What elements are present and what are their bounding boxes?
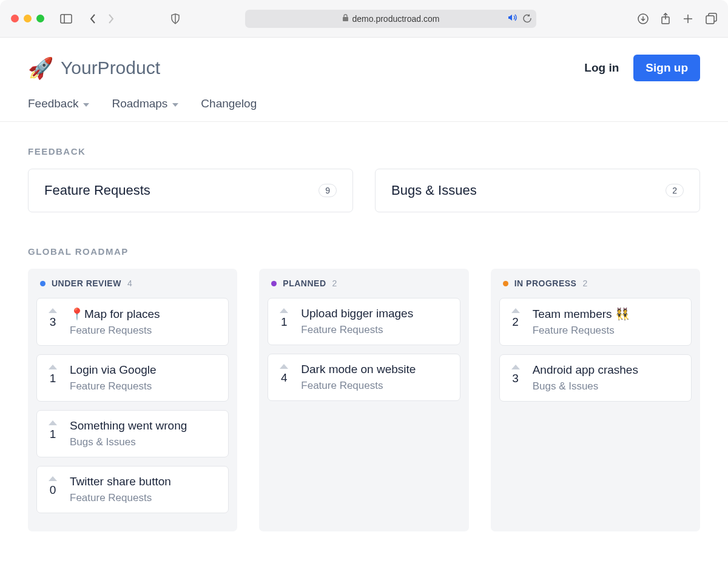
product-name: YourProduct	[61, 58, 160, 78]
status-dot-icon	[503, 281, 508, 286]
upvote-icon[interactable]	[511, 365, 520, 369]
browser-chrome: demo.productroad.com	[0, 0, 728, 38]
roadmap-card[interactable]: 1 Upload bigger images Feature Requests	[268, 298, 460, 345]
upvote-icon[interactable]	[280, 308, 288, 313]
card-category: Feature Requests	[70, 325, 218, 337]
card-title: Dark mode on website	[301, 363, 450, 376]
roadmap-card[interactable]: 4 Dark mode on website Feature Requests	[268, 354, 460, 401]
close-window-button[interactable]	[11, 15, 19, 22]
vote-count: 3	[512, 372, 519, 385]
column-header: PLANNED 2	[268, 278, 460, 288]
vote-control[interactable]: 0	[47, 475, 59, 504]
login-link[interactable]: Log in	[584, 61, 619, 75]
nav-feedback[interactable]: Feedback	[28, 97, 90, 110]
brand[interactable]: 🚀 YourProduct	[28, 56, 160, 80]
vote-count: 3	[50, 315, 56, 329]
roadmap-card[interactable]: 3 📍Map for places Feature Requests	[36, 298, 229, 346]
vote-control[interactable]: 2	[510, 307, 522, 337]
card-title: 📍Map for places	[70, 307, 218, 321]
column-header: IN PROGRESS 2	[499, 278, 692, 288]
feedback-board-feature-requests[interactable]: Feature Requests 9	[28, 169, 353, 212]
nav-changelog[interactable]: Changelog	[201, 97, 257, 110]
roadmap-card[interactable]: 3 Android app crashes Bugs & Issues	[499, 354, 692, 402]
svg-rect-10	[706, 16, 714, 24]
card-title: Upload bigger images	[301, 307, 450, 320]
vote-count: 1	[50, 428, 56, 441]
main-nav: Feedback Roadmaps Changelog	[0, 81, 728, 122]
card-title: Twitter share button	[70, 475, 218, 488]
signup-button[interactable]: Sign up	[633, 55, 700, 81]
roadmap-card[interactable]: 0 Twitter share button Feature Requests	[36, 466, 229, 513]
upvote-icon[interactable]	[511, 308, 520, 313]
upvote-icon[interactable]	[49, 308, 57, 313]
card-category: Feature Requests	[70, 380, 218, 392]
card-category: Bugs & Issues	[70, 436, 218, 448]
roadmap-card[interactable]: 2 Team members 👯 Feature Requests	[499, 298, 692, 346]
vote-control[interactable]: 1	[47, 363, 59, 392]
forward-button[interactable]	[107, 13, 115, 24]
vote-count: 1	[50, 372, 56, 385]
roadmap-card[interactable]: 1 Login via Google Feature Requests	[36, 354, 229, 402]
upvote-icon[interactable]	[49, 420, 57, 425]
upvote-icon[interactable]	[49, 476, 57, 481]
sidebar-toggle-icon[interactable]	[60, 14, 72, 24]
tabs-overview-icon[interactable]	[706, 13, 717, 24]
audio-icon[interactable]	[508, 13, 517, 24]
privacy-shield-icon[interactable]	[170, 13, 180, 24]
upvote-icon[interactable]	[49, 365, 57, 369]
card-category: Feature Requests	[301, 380, 450, 392]
column-planned: PLANNED 2 1 Upload bigger images Feature…	[259, 269, 468, 531]
new-tab-icon[interactable]	[682, 13, 693, 24]
svg-rect-0	[61, 15, 72, 23]
back-button[interactable]	[89, 13, 96, 24]
vote-control[interactable]: 1	[278, 307, 290, 336]
column-title: UNDER REVIEW	[52, 278, 121, 288]
feedback-board-bugs-issues[interactable]: Bugs & Issues 2	[375, 169, 700, 212]
nav-roadmaps-label: Roadmaps	[112, 97, 167, 110]
board-title: Bugs & Issues	[391, 183, 477, 198]
feedback-section-label: FEEDBACK	[28, 146, 700, 157]
roadmap-section-label: GLOBAL ROADMAP	[28, 246, 700, 257]
header: 🚀 YourProduct Log in Sign up	[0, 38, 728, 81]
card-title: Android app crashes	[533, 363, 681, 377]
vote-control[interactable]: 3	[510, 363, 522, 392]
status-dot-icon	[40, 281, 46, 286]
status-dot-icon	[271, 281, 277, 286]
card-category: Bugs & Issues	[533, 380, 681, 392]
svg-marker-12	[172, 103, 178, 107]
svg-rect-3	[343, 17, 348, 21]
vote-control[interactable]: 3	[47, 307, 59, 337]
share-icon[interactable]	[661, 13, 670, 25]
feedback-boards: Feature Requests 9 Bugs & Issues 2	[28, 169, 700, 212]
vote-count: 0	[50, 483, 56, 497]
reload-icon[interactable]	[522, 14, 531, 23]
vote-control[interactable]: 1	[47, 419, 59, 448]
page-content: 🚀 YourProduct Log in Sign up Feedback Ro…	[0, 38, 728, 556]
column-under-review: UNDER REVIEW 4 3 📍Map for places Feature…	[28, 269, 237, 531]
downloads-icon[interactable]	[638, 13, 649, 24]
url-bar[interactable]: demo.productroad.com	[245, 10, 536, 28]
window-controls	[11, 15, 44, 22]
column-title: IN PROGRESS	[514, 278, 577, 288]
roadmap-card[interactable]: 1 Something went wrong Bugs & Issues	[36, 410, 229, 457]
nav-feedback-label: Feedback	[28, 97, 78, 110]
column-in-progress: IN PROGRESS 2 2 Team members 👯 Feature R…	[491, 269, 700, 531]
maximize-window-button[interactable]	[36, 15, 44, 22]
board-count: 9	[318, 184, 337, 197]
card-title: Login via Google	[70, 363, 218, 377]
chevron-down-icon	[83, 97, 90, 110]
vote-count: 1	[281, 315, 288, 329]
minimize-window-button[interactable]	[24, 15, 32, 22]
column-count: 2	[332, 278, 337, 288]
url-text: demo.productroad.com	[352, 14, 440, 24]
board-title: Feature Requests	[44, 183, 150, 198]
vote-count: 4	[281, 371, 288, 385]
card-category: Feature Requests	[533, 325, 681, 337]
vote-control[interactable]: 4	[278, 363, 290, 392]
nav-roadmaps[interactable]: Roadmaps	[112, 97, 179, 110]
rocket-icon: 🚀	[28, 56, 53, 80]
chevron-down-icon	[172, 97, 179, 110]
upvote-icon[interactable]	[280, 364, 288, 369]
roadmap-columns: UNDER REVIEW 4 3 📍Map for places Feature…	[28, 269, 700, 531]
card-title: Team members 👯	[533, 307, 681, 321]
